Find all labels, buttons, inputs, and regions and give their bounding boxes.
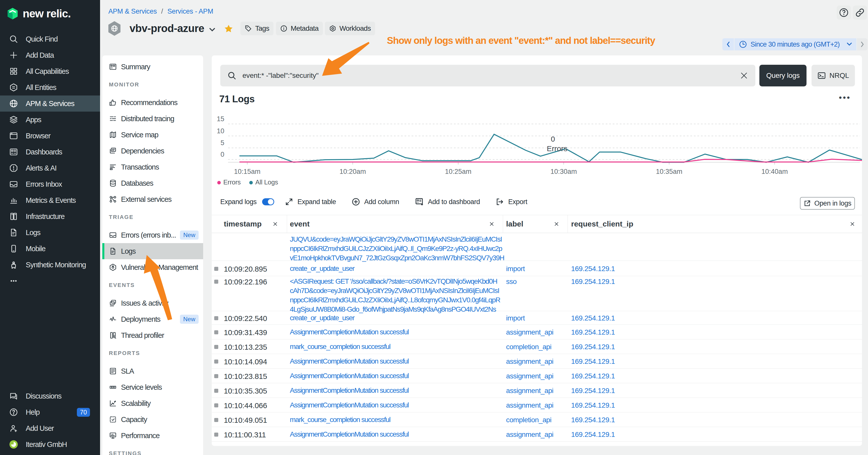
subnav-item-capacity[interactable]: Capacity <box>102 412 203 427</box>
sidebar-item-infrastructure[interactable]: Infrastructure <box>0 208 100 225</box>
workloads-button[interactable]: Workloads <box>325 22 375 35</box>
label-link[interactable]: assignment_api <box>506 401 554 409</box>
expand-logs-toggle[interactable] <box>262 198 274 205</box>
breadcrumb-apm-services[interactable]: APM & Services <box>108 7 157 15</box>
row-select-box[interactable] <box>214 280 218 284</box>
subnav-item-deployments[interactable]: DeploymentsNew <box>102 311 203 327</box>
row-select-box[interactable] <box>214 432 218 436</box>
sidebar-item-more[interactable] <box>0 273 100 289</box>
row-select-box[interactable] <box>214 267 218 271</box>
sidebar-item-help[interactable]: Help70 <box>0 404 100 420</box>
row-select-box[interactable] <box>214 359 218 363</box>
add-to-dashboard-button[interactable]: Add to dashboard <box>415 197 480 206</box>
ip-link[interactable]: 169.254.129.1 <box>571 278 615 286</box>
subnav-item-scalability[interactable]: Scalability <box>102 395 203 412</box>
query-logs-button[interactable]: Query logs <box>760 65 806 87</box>
label-link[interactable]: assignment_api <box>506 387 554 394</box>
sidebar-item-dashboards[interactable]: Dashboards <box>0 144 100 160</box>
subnav-item-sla[interactable]: SLA <box>102 363 203 379</box>
row-select-box[interactable] <box>214 316 218 320</box>
sidebar-item-iterativ-gmbh[interactable]: Iterativ GmbH <box>0 436 100 453</box>
event-link[interactable]: AssignmentCompletionMutation successful <box>287 429 503 439</box>
sidebar-item-add-user[interactable]: Add User <box>0 420 100 436</box>
sidebar-item-apm-services[interactable]: APM & Services <box>0 96 100 111</box>
open-in-logs-button[interactable]: Open in logs <box>800 197 855 209</box>
subnav-item-vulnerability-management[interactable]: Vulnerability Management <box>102 259 203 275</box>
ip-link[interactable]: 169.254.129.1 <box>571 401 615 409</box>
event-link[interactable]: create_or_update_user <box>287 313 503 323</box>
ip-link[interactable]: 169.254.129.1 <box>571 343 615 351</box>
subnav-item-summary[interactable]: Summary <box>102 59 203 75</box>
sidebar-item-browser[interactable]: Browser <box>0 128 100 144</box>
log-row[interactable]: 10:10:35.305AssignmentCompletionMutation… <box>212 383 862 398</box>
log-row[interactable]: 10:11:00.311AssignmentCompletionMutation… <box>212 427 862 442</box>
log-row[interactable]: JUQVU&code=eyJraWQiOiJjcGltY29yZV8wOTI1M… <box>212 233 862 261</box>
subnav-item-logs[interactable]: Logs <box>102 243 203 259</box>
event-link[interactable]: AssignmentCompletionMutation successful <box>287 327 503 336</box>
expand-table-button[interactable]: Expand table <box>285 197 336 206</box>
label-link[interactable]: assignment_api <box>506 328 554 336</box>
ip-link[interactable]: 169.254.129.1 <box>571 314 615 322</box>
event-link[interactable]: JUQVU&code=eyJraWQiOiJjcGltY29yZV8wOTI1M… <box>287 234 503 244</box>
log-row[interactable]: 10:09:22.540create_or_update_userimport1… <box>212 311 862 325</box>
ip-link[interactable]: 169.254.129.1 <box>571 372 615 380</box>
subnav-item-recommendations[interactable]: Recommendations <box>102 95 203 110</box>
ip-link[interactable]: 169.254.129.1 <box>571 358 615 365</box>
row-select-box[interactable] <box>214 374 218 378</box>
ip-link[interactable]: 169.254.129.1 <box>571 416 615 424</box>
event-link[interactable]: AssignmentCompletionMutation successful <box>287 371 503 381</box>
row-select-box[interactable] <box>214 418 218 422</box>
log-row[interactable]: 10:09:31.439AssignmentCompletionMutation… <box>212 325 862 339</box>
sidebar-item-all-capabilities[interactable]: All Capabilities <box>0 63 100 79</box>
subnav-item-service-map[interactable]: Service map <box>102 127 203 143</box>
ip-link[interactable]: 169.254.129.1 <box>571 328 615 336</box>
subnav-item-external-services[interactable]: External services <box>102 191 203 207</box>
column-header-request-client-ip[interactable]: request_client_ip <box>568 215 862 233</box>
log-search-box[interactable]: event:* -"label":"security" <box>220 65 755 87</box>
time-picker-prev-button[interactable] <box>722 38 734 51</box>
log-row[interactable]: 10:10:49.051mark_course_completion succe… <box>212 413 862 427</box>
event-link[interactable]: <ASGIRequest: GET '/sso/callback/?state=… <box>287 277 503 286</box>
log-row[interactable]: 10:10:14.094AssignmentCompletionMutation… <box>212 354 862 368</box>
column-header-timestamp[interactable]: timestamp <box>212 215 287 233</box>
subnav-item-errors-errors-inb-[interactable]: Errors (errors inb...New <box>102 227 203 243</box>
event-link[interactable]: mark_course_completion successful <box>287 342 503 351</box>
label-link[interactable]: completion_api <box>506 343 552 351</box>
event-link[interactable]: cAh7D&code=eyJraWQiOiJjcGltY29yZV8wOTI1M… <box>287 286 503 295</box>
subnav-item-thread-profiler[interactable]: Thread profiler <box>102 327 203 344</box>
time-picker-dropdown[interactable]: Since 30 minutes ago (GMT+2) <box>735 38 857 51</box>
legend-all-logs[interactable]: All Logs <box>249 178 278 186</box>
sidebar-item-apps[interactable]: Apps <box>0 111 100 128</box>
event-link[interactable]: nppcCI6IkRlZmxhdGUiLCJzZXIiOiIxLjAifQ..L… <box>287 295 503 304</box>
sidebar-item-alerts-ai[interactable]: Alerts & AI <box>0 160 100 176</box>
favorite-star-icon[interactable] <box>224 24 233 33</box>
sidebar-item-logs[interactable]: Logs <box>0 225 100 240</box>
row-select-box[interactable] <box>214 403 218 408</box>
sidebar-item-mobile[interactable]: Mobile <box>0 240 100 257</box>
event-link[interactable]: create_or_update_user <box>287 264 503 273</box>
event-link[interactable]: mark_course_completion successful <box>287 415 503 424</box>
remove-column-icon[interactable] <box>488 221 495 228</box>
log-row[interactable]: 10:10:23.815AssignmentCompletionMutation… <box>212 368 862 383</box>
log-row[interactable]: 10:09:22.196<ASGIRequest: GET '/sso/call… <box>212 276 862 311</box>
subnav-item-dependencies[interactable]: Dependencies <box>102 143 203 159</box>
sidebar-item-discussions[interactable]: Discussions <box>0 388 100 404</box>
add-column-button[interactable]: Add column <box>351 197 399 206</box>
remove-column-icon[interactable] <box>553 221 560 228</box>
search-clear-icon[interactable] <box>740 71 748 80</box>
label-link[interactable]: sso <box>506 278 517 286</box>
subnav-item-issues-activity[interactable]: Issues & activity <box>102 295 203 311</box>
metadata-button[interactable]: Metadata <box>276 22 322 35</box>
row-select-box[interactable] <box>214 345 218 349</box>
subnav-item-databases[interactable]: Databases <box>102 175 203 191</box>
log-row[interactable]: 10:09:20.895create_or_update_userimport1… <box>212 261 862 276</box>
card-menu-ellipsis[interactable]: ••• <box>839 93 851 102</box>
row-select-box[interactable] <box>214 330 218 334</box>
export-button[interactable]: Export <box>496 197 527 206</box>
sidebar-item-metrics-events[interactable]: Metrics & Events <box>0 192 100 208</box>
sidebar-item-all-entities[interactable]: All Entities <box>0 79 100 96</box>
log-row[interactable]: 10:10:44.066AssignmentCompletionMutation… <box>212 398 862 413</box>
event-link[interactable]: nppcCI6IkRlZmxhdGUiLCJzZXIiOiIxLjAifQ..I… <box>287 244 503 253</box>
label-link[interactable]: assignment_api <box>506 372 554 380</box>
row-select-box[interactable] <box>214 389 218 393</box>
